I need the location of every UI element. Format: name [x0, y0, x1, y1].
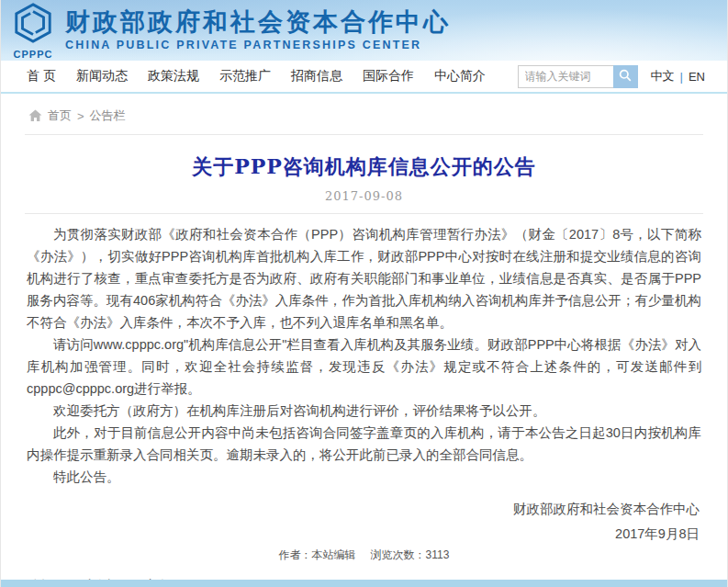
lang-divider: | [680, 70, 683, 84]
article-date: 2017-09-08 [1, 189, 727, 203]
announcement-article: 关于PPP咨询机构库信息公开的公告 2017-09-08 为贯彻落实财政部《政府… [1, 153, 727, 587]
breadcrumb-divider [25, 134, 703, 135]
lang-en-link[interactable]: EN [689, 70, 705, 84]
views-label: 浏览次数： [371, 548, 426, 561]
article-body: 为贯彻落实财政部《政府和社会资本合作（PPP）咨询机构库管理暂行办法》（财金〔2… [1, 214, 727, 488]
views-count: 3113 [426, 548, 450, 561]
paragraph: 此外，对于目前信息公开内容中尚未包括咨询合同签字盖章页的入库机构，请于本公告之日… [27, 422, 701, 466]
nav-item-demonstration[interactable]: 示范推广 [219, 68, 271, 85]
author-label: 作者： [279, 548, 312, 561]
nav-item-about[interactable]: 中心简介 [434, 68, 486, 85]
page: CPPPC 财政部政府和社会资本合作中心 CHINA PUBLIC PRIVAT… [0, 0, 728, 587]
site-header: CPPPC 财政部政府和社会资本合作中心 CHINA PUBLIC PRIVAT… [1, 0, 727, 61]
breadcrumb-home-link[interactable]: 首页 [48, 107, 72, 124]
main-nav: 首 页 新闻动态 政策法规 示范推广 招商信息 国际合作 中心简介 中文 | E… [1, 61, 727, 94]
home-icon [28, 109, 42, 122]
footer-meta: 作者：本站编辑浏览次数：3113 [1, 547, 727, 563]
search-box [518, 65, 638, 88]
signature-org: 财政部政府和社会资本合作中心 [1, 497, 700, 522]
nav-item-international[interactable]: 国际合作 [363, 68, 414, 85]
breadcrumb: 首页 > 公告栏 [1, 94, 727, 124]
breadcrumb-current: 公告栏 [90, 107, 126, 124]
search-input[interactable] [518, 65, 613, 88]
signature-block: 财政部政府和社会资本合作中心 2017年9月8日 [1, 488, 727, 547]
site-title-en: CHINA PUBLIC PRIVATE PARTNERSHIPS CENTER [65, 38, 451, 52]
nav-item-home[interactable]: 首 页 [27, 68, 56, 85]
bottom-bar [1, 580, 727, 587]
cpppc-logo[interactable]: CPPPC [12, 2, 54, 60]
paragraph: 为贯彻落实财政部《政府和社会资本合作（PPP）咨询机构库管理暂行办法》（财金〔2… [27, 223, 701, 333]
search-button[interactable] [613, 65, 638, 88]
nav-item-news[interactable]: 新闻动态 [76, 68, 128, 85]
article-title: 关于PPP咨询机构库信息公开的公告 [1, 153, 727, 181]
logo-abbr: CPPPC [14, 49, 53, 60]
search-icon [619, 69, 632, 85]
lang-cn-link[interactable]: 中文 [651, 68, 675, 85]
nav-item-policy[interactable]: 政策法规 [148, 68, 199, 85]
nav-item-investment[interactable]: 招商信息 [291, 68, 342, 85]
site-titles: 财政部政府和社会资本合作中心 CHINA PUBLIC PRIVATE PART… [65, 8, 451, 52]
language-switch: 中文 | EN [651, 68, 705, 85]
logo-hexagon-icon [12, 2, 54, 48]
paragraph: 欢迎委托方（政府方）在机构库注册后对咨询机构进行评价，评价结果将予以公开。 [27, 400, 701, 422]
author-value: 本站编辑 [312, 548, 356, 561]
paragraph: 请访问www.cpppc.org"机构库信息公开"栏目查看入库机构及其服务业绩。… [27, 333, 701, 400]
site-title-cn: 财政部政府和社会资本合作中心 [65, 8, 451, 36]
breadcrumb-separator: > [77, 109, 84, 123]
paragraph: 特此公告。 [27, 466, 701, 488]
signature-date: 2017年9月8日 [1, 522, 700, 547]
